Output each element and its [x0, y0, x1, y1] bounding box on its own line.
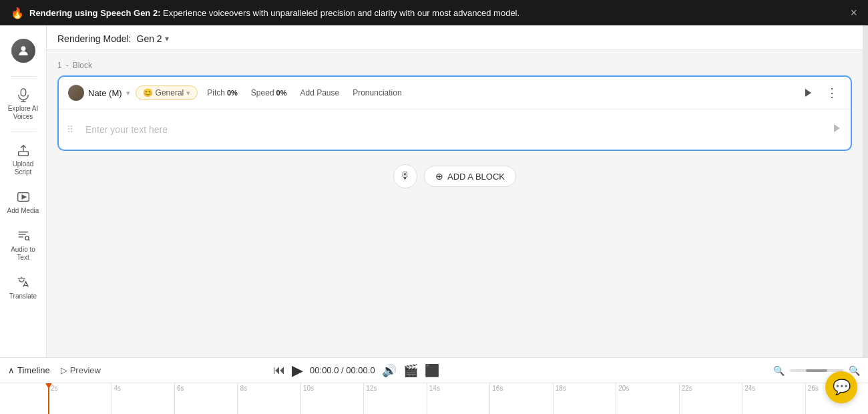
- ruler-tick: 24s: [742, 383, 805, 414]
- banner: 🔥 Rendering using Speech Gen 2: Experien…: [0, 0, 868, 25]
- ruler-tick: 16s: [489, 383, 552, 414]
- mood-emoji: 😊: [143, 88, 153, 97]
- playhead-arrow: [45, 383, 52, 389]
- translate-icon: [16, 275, 31, 290]
- rendering-model-label: Rendering Model:: [57, 33, 132, 44]
- sidebar-divider-1: [10, 76, 37, 77]
- block-text-area[interactable]: ⠿ Enter your text here: [59, 110, 851, 150]
- sidebar-item-audio-to-text[interactable]: Audio to Text: [3, 223, 43, 267]
- right-scrollbar[interactable]: [863, 25, 868, 357]
- more-options-button[interactable]: ⋮: [823, 83, 841, 102]
- time-display: 00:00.0 / 00:00.0: [310, 365, 375, 375]
- pitch-button[interactable]: Pitch 0%: [203, 86, 242, 99]
- script-area: 1 - Block Nate (M) ▾ 😊: [47, 50, 863, 357]
- sidebar-item-avatar[interactable]: [3, 33, 43, 71]
- rendering-model-dropdown[interactable]: Gen 2 ▾: [137, 33, 169, 44]
- export-video-button[interactable]: 🎬: [403, 363, 418, 378]
- fire-icon: 🔥: [11, 7, 24, 19]
- chevron-down-icon: ▾: [126, 89, 130, 97]
- chevron-down-icon: ▾: [165, 34, 169, 43]
- preview-tab[interactable]: ▷ Preview: [61, 365, 101, 375]
- svg-rect-4: [18, 152, 28, 156]
- chevron-up-icon: ∧: [8, 365, 15, 375]
- sidebar-item-explore-ai[interactable]: Explore AI Voices: [3, 82, 43, 126]
- pronunciation-button[interactable]: Pronunciation: [349, 86, 405, 99]
- svg-marker-11: [834, 124, 840, 132]
- pitch-value: 0%: [227, 89, 238, 97]
- sidebar-item-upload-label: Upload Script: [6, 160, 41, 176]
- chevron-down-icon: ▾: [186, 89, 190, 97]
- content-header: Rendering Model: Gen 2 ▾: [47, 25, 863, 50]
- sidebar: Explore AI Voices Upload Script Add Medi…: [0, 25, 47, 357]
- plus-icon: ⊕: [435, 171, 443, 182]
- chat-fab-button[interactable]: 💬: [825, 371, 857, 403]
- content-area: Rendering Model: Gen 2 ▾ 1 - Block: [47, 25, 863, 357]
- timeline-toggle[interactable]: ∧ Timeline: [8, 365, 50, 375]
- banner-close-button[interactable]: ×: [850, 7, 857, 19]
- banner-text: Rendering using Speech Gen 2: Experience…: [29, 8, 845, 18]
- add-pause-button[interactable]: Add Pause: [296, 86, 343, 99]
- audio-text-icon: [16, 228, 31, 243]
- svg-point-0: [21, 46, 25, 51]
- svg-marker-10: [805, 89, 811, 97]
- svg-line-9: [28, 240, 29, 241]
- chat-icon: 💬: [833, 379, 851, 396]
- speed-value: 0%: [276, 89, 287, 97]
- volume-button[interactable]: 🔊: [382, 363, 397, 378]
- add-block-area: 🎙 ⊕ ADD A BLOCK: [57, 151, 852, 202]
- block-card: Nate (M) ▾ 😊 General ▾ Pitch 0% Speed: [57, 75, 852, 151]
- sidebar-item-add-media[interactable]: Add Media: [3, 184, 43, 220]
- ruler-tick: 14s: [427, 383, 489, 414]
- skip-back-button[interactable]: ⏮: [273, 363, 285, 377]
- bottom-panel: ∧ Timeline ▷ Preview ⏮ ▶ 00:00.0 / 00:00…: [0, 357, 868, 414]
- zoom-out-icon[interactable]: 🔍: [773, 365, 785, 376]
- ruler-tick: 2s: [48, 383, 111, 414]
- ruler-tick: 20s: [616, 383, 678, 414]
- timeline-ruler: 2s4s6s8s10s12s14s16s18s20s22s24s26s: [0, 383, 868, 414]
- ruler-tick: 4s: [111, 383, 174, 414]
- voice-selector-button[interactable]: Nate (M) ▾: [68, 85, 130, 101]
- speed-button[interactable]: Speed 0%: [247, 86, 291, 99]
- play-button[interactable]: ▶: [292, 362, 303, 379]
- text-placeholder: Enter your text here: [85, 124, 832, 135]
- sidebar-item-explore-label: Explore AI Voices: [6, 105, 41, 121]
- ruler-tick: 18s: [553, 383, 616, 414]
- zoom-bar: [790, 369, 843, 372]
- user-avatar: [11, 39, 35, 63]
- add-block-button[interactable]: ⊕ ADD A BLOCK: [424, 166, 516, 187]
- playback-controls: ⏮ ▶ 00:00.0 / 00:00.0 🔊 🎬 ⬛: [273, 362, 439, 379]
- zoom-thumb: [806, 369, 827, 372]
- voice-avatar: [68, 85, 84, 101]
- sidebar-item-translate[interactable]: Translate: [3, 270, 43, 306]
- sidebar-item-upload-script[interactable]: Upload Script: [3, 138, 43, 182]
- ruler-tick: 6s: [174, 383, 237, 414]
- microphone-icon: [16, 87, 31, 102]
- svg-point-8: [25, 236, 29, 240]
- block-play-button[interactable]: [799, 83, 817, 102]
- mood-badge[interactable]: 😊 General ▾: [136, 85, 198, 100]
- sidebar-divider-2: [10, 132, 37, 132]
- text-play-button[interactable]: [832, 124, 841, 136]
- svg-marker-7: [22, 195, 26, 199]
- mood-label: General: [156, 88, 184, 97]
- main-layout: Explore AI Voices Upload Script Add Medi…: [0, 25, 868, 357]
- captions-button[interactable]: ⬛: [425, 363, 439, 378]
- ruler-tick: 10s: [300, 383, 363, 414]
- ruler-tick: 8s: [237, 383, 300, 414]
- block-label: 1 - Block: [57, 61, 852, 70]
- sidebar-item-audio-label: Audio to Text: [6, 246, 41, 262]
- timeline-header: ∧ Timeline ▷ Preview ⏮ ▶ 00:00.0 / 00:00…: [0, 358, 868, 383]
- block-toolbar: Nate (M) ▾ 😊 General ▾ Pitch 0% Speed: [59, 77, 851, 110]
- ruler-tick: 22s: [679, 383, 742, 414]
- drag-handle-icon: ⠿: [67, 124, 73, 135]
- sidebar-item-translate-label: Translate: [9, 292, 37, 300]
- preview-icon: ▷: [61, 365, 67, 375]
- upload-icon: [16, 143, 31, 158]
- ruler-tick: 12s: [363, 383, 426, 414]
- sidebar-item-media-label: Add Media: [7, 207, 39, 215]
- media-icon: [16, 190, 31, 204]
- ruler-ticks: 2s4s6s8s10s12s14s16s18s20s22s24s26s: [48, 383, 868, 414]
- mic-record-button[interactable]: 🎙: [393, 164, 417, 188]
- svg-rect-1: [21, 89, 25, 96]
